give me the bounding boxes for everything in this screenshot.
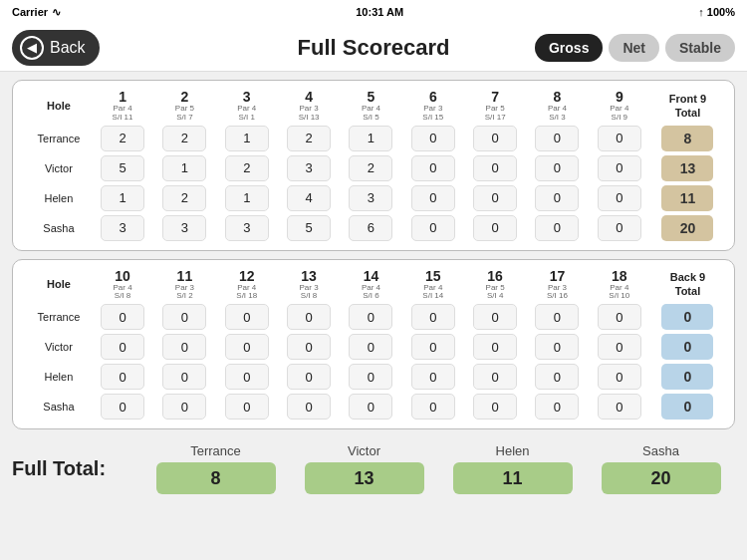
- score-cell[interactable]: 0: [403, 333, 463, 361]
- total-value-victor: 13: [305, 462, 424, 494]
- stable-button[interactable]: Stable: [665, 34, 735, 62]
- score-cell[interactable]: 2: [341, 154, 400, 182]
- score-cell[interactable]: 0: [93, 363, 152, 391]
- table-row: Sasha0000000000: [23, 393, 724, 420]
- score-cell[interactable]: 0: [279, 333, 339, 361]
- front-total-header: Front 9Total: [651, 89, 724, 123]
- score-cell[interactable]: 5: [279, 214, 339, 242]
- score-cell[interactable]: 0: [217, 363, 277, 391]
- score-cell[interactable]: 2: [154, 184, 214, 212]
- score-cell[interactable]: 0: [527, 333, 587, 361]
- score-cell[interactable]: 0: [403, 214, 463, 242]
- score-cell[interactable]: 0: [93, 333, 152, 361]
- score-cell[interactable]: 0: [590, 303, 649, 331]
- score-cell[interactable]: 1: [93, 184, 152, 212]
- score-cell[interactable]: 0: [154, 363, 214, 391]
- score-cell[interactable]: 0: [341, 333, 400, 361]
- score-cell[interactable]: 0: [465, 214, 525, 242]
- score-cell[interactable]: 0: [93, 393, 152, 420]
- total-sasha: Sasha 20: [587, 443, 735, 494]
- score-cell[interactable]: 3: [93, 214, 152, 242]
- score-cell[interactable]: 2: [217, 154, 277, 182]
- score-cell[interactable]: 1: [154, 154, 214, 182]
- score-cell[interactable]: 0: [465, 393, 525, 420]
- score-cell[interactable]: 0: [590, 393, 649, 420]
- score-cell[interactable]: 0: [527, 363, 587, 391]
- bottom-totals: Full Total: Terrance 8 Victor 13 Helen 1…: [0, 437, 747, 498]
- score-cell[interactable]: 0: [590, 214, 649, 242]
- status-left: Carrier ∿: [12, 6, 61, 19]
- score-cell[interactable]: 0: [403, 125, 463, 152]
- hole-header-8: 8Par 4S/I 3: [527, 89, 587, 123]
- score-cell[interactable]: 2: [279, 125, 339, 152]
- score-cell[interactable]: 5: [93, 154, 152, 182]
- score-cell[interactable]: 2: [154, 125, 214, 152]
- score-cell[interactable]: 3: [341, 184, 400, 212]
- score-cell[interactable]: 0: [154, 393, 214, 420]
- total-name-terrance: Terrance: [190, 443, 241, 458]
- score-cell[interactable]: 0: [465, 333, 525, 361]
- score-cell[interactable]: 0: [217, 303, 277, 331]
- score-cell[interactable]: 1: [217, 184, 277, 212]
- score-cell[interactable]: 0: [341, 363, 400, 391]
- score-cell[interactable]: 0: [341, 393, 400, 420]
- status-right: ↑ 100%: [698, 6, 735, 18]
- score-cell[interactable]: 0: [279, 303, 339, 331]
- hole-header-11: 11Par 3S/I 2: [154, 268, 214, 302]
- score-cell[interactable]: 3: [279, 154, 339, 182]
- wifi-icon: ∿: [52, 6, 61, 19]
- score-cell[interactable]: 0: [465, 184, 525, 212]
- score-cell[interactable]: 0: [590, 184, 649, 212]
- score-cell[interactable]: 0: [590, 154, 649, 182]
- score-cell[interactable]: 2: [93, 125, 152, 152]
- hole-header-18: 18Par 4S/I 10: [590, 268, 649, 302]
- score-cell[interactable]: 0: [465, 363, 525, 391]
- main-content: Hole 1Par 4S/I 112Par 5S/I 73Par 4S/I 14…: [0, 72, 747, 437]
- score-cell[interactable]: 0: [527, 214, 587, 242]
- front-nine-table: Hole 1Par 4S/I 112Par 5S/I 73Par 4S/I 14…: [21, 87, 726, 244]
- hole-header-1: 1Par 4S/I 11: [93, 89, 152, 123]
- score-cell[interactable]: 0: [527, 303, 587, 331]
- player-name-sasha: Sasha: [23, 214, 91, 242]
- score-cell[interactable]: 0: [403, 303, 463, 331]
- score-cell[interactable]: 0: [217, 393, 277, 420]
- score-cell[interactable]: 0: [403, 154, 463, 182]
- score-cell[interactable]: 6: [341, 214, 400, 242]
- total-value-sasha: 20: [602, 462, 721, 494]
- table-row: Sasha33356000020: [23, 214, 724, 242]
- score-cell[interactable]: 0: [279, 393, 339, 420]
- score-cell[interactable]: 0: [403, 393, 463, 420]
- score-cell[interactable]: 0: [279, 363, 339, 391]
- score-cell[interactable]: 0: [527, 184, 587, 212]
- score-cell[interactable]: 0: [527, 393, 587, 420]
- score-cell[interactable]: 0: [403, 363, 463, 391]
- table-row: Helen0000000000: [23, 363, 724, 391]
- score-cell[interactable]: 3: [154, 214, 214, 242]
- score-cell[interactable]: 0: [465, 154, 525, 182]
- score-cell[interactable]: 0: [465, 303, 525, 331]
- score-cell[interactable]: 0: [465, 125, 525, 152]
- score-cell[interactable]: 0: [590, 333, 649, 361]
- score-cell[interactable]: 0: [154, 333, 214, 361]
- back-nine-table: Hole 10Par 4S/I 811Par 3S/I 212Par 4S/I …: [21, 266, 726, 423]
- score-cell[interactable]: 0: [590, 125, 649, 152]
- score-cell[interactable]: 1: [341, 125, 400, 152]
- score-cell[interactable]: 3: [217, 214, 277, 242]
- net-button[interactable]: Net: [609, 34, 659, 62]
- table-row: Terrance2212100008: [23, 125, 724, 152]
- score-cell[interactable]: 0: [527, 125, 587, 152]
- signal-icon: ↑ 100%: [698, 6, 735, 18]
- score-cell[interactable]: 0: [154, 303, 214, 331]
- score-cell[interactable]: 1: [217, 125, 277, 152]
- score-cell[interactable]: 0: [217, 333, 277, 361]
- total-name-helen: Helen: [496, 443, 530, 458]
- score-cell[interactable]: 0: [403, 184, 463, 212]
- score-cell[interactable]: 0: [590, 363, 649, 391]
- score-cell[interactable]: 0: [341, 303, 400, 331]
- score-cell[interactable]: 4: [279, 184, 339, 212]
- gross-button[interactable]: Gross: [535, 34, 603, 62]
- score-cell[interactable]: 0: [527, 154, 587, 182]
- score-cell[interactable]: 0: [93, 303, 152, 331]
- back-button[interactable]: ◀ Back: [12, 30, 100, 66]
- total-value-helen: 11: [453, 462, 573, 494]
